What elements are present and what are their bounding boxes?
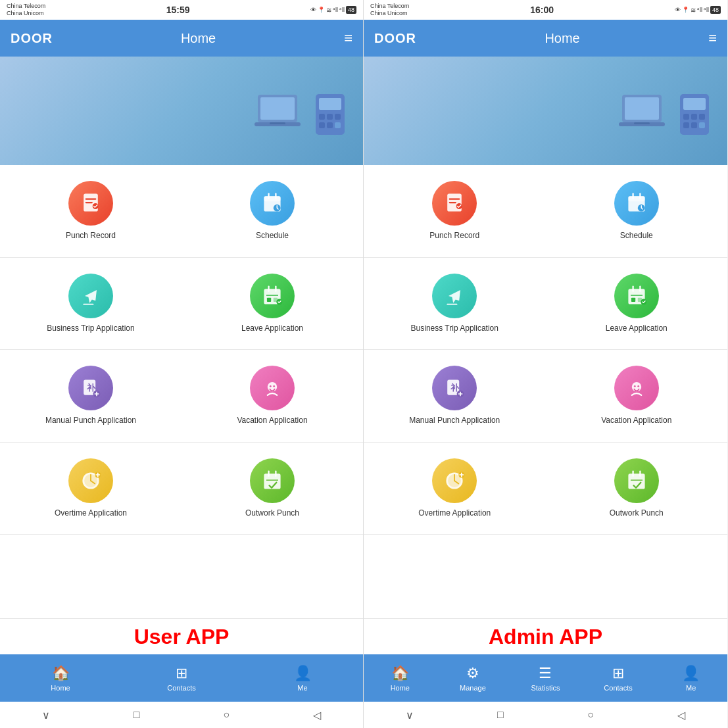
svg-rect-74: [631, 297, 635, 301]
menu-item-outwork[interactable]: Outwork Punch: [546, 453, 728, 524]
svg-rect-3: [270, 122, 285, 124]
menu-item-manual[interactable]: 补 Manual Punch Application: [364, 360, 546, 431]
banner: [0, 57, 363, 165]
menu-item-punch[interactable]: Punch Record: [364, 176, 546, 247]
banner: [364, 57, 727, 165]
back-icon[interactable]: ◁: [677, 709, 685, 721]
nav-item-home[interactable]: 🏠 Home: [364, 654, 437, 702]
punch-label: Punch Record: [66, 231, 116, 241]
svg-rect-10: [327, 122, 333, 128]
punch-label: Punch Record: [429, 231, 479, 241]
svg-rect-51: [634, 122, 650, 124]
nav-item-home[interactable]: 🏠 Home: [0, 654, 121, 702]
svg-rect-56: [699, 114, 705, 120]
menu-button[interactable]: ≡: [344, 30, 352, 47]
nav-item-contacts[interactable]: ⊞ Contacts: [121, 654, 242, 702]
location-icon: 📍: [682, 7, 689, 13]
status-bar: China Telecom China Unicom 16:00 👁 📍 ≋ ᵃ…: [364, 0, 727, 20]
signal-icons: 👁 📍 ≋ ᵃll ᵃll 48: [310, 6, 356, 14]
app-label: Admin APP: [489, 625, 602, 649]
svg-rect-6: [319, 114, 325, 120]
svg-rect-59: [699, 122, 705, 128]
square-icon[interactable]: □: [133, 709, 140, 721]
schedule-icon: [614, 181, 659, 226]
nav-me-icon: 👤: [294, 665, 312, 682]
bottom-nav: 🏠 Home ⊞ Contacts 👤 Me: [0, 654, 363, 702]
app-logo: DOOR: [374, 31, 416, 46]
bottom-nav: 🏠 Home ⚙ Manage ☰ Statistics ⊞ Contacts …: [364, 654, 727, 702]
eye-icon: 👁: [310, 7, 316, 13]
chevron-down-icon[interactable]: ∨: [42, 709, 50, 721]
nav-home-label: Home: [51, 684, 70, 692]
nav-item-contacts[interactable]: ⊞ Contacts: [582, 654, 655, 702]
menu-row-0: Punch Record Schedule: [364, 165, 727, 258]
menu-item-leave[interactable]: Leave Application: [546, 268, 728, 339]
punch-icon: [432, 181, 477, 226]
svg-rect-9: [319, 122, 325, 128]
menu-item-vacation[interactable]: Vacation Application: [546, 360, 728, 431]
banner-illustration: [616, 85, 714, 137]
nav-item-statistics[interactable]: ☰ Statistics: [509, 654, 582, 702]
signal-icons: 👁 📍 ≋ ᵃll ᵃll 48: [675, 6, 721, 14]
schedule-label: Schedule: [256, 231, 289, 241]
svg-point-35: [270, 385, 272, 387]
nav-manage-label: Manage: [460, 684, 486, 692]
signal2-icon: ᵃll: [339, 7, 345, 13]
plane-icon: [432, 274, 477, 318]
svg-rect-54: [683, 114, 689, 120]
circle-icon[interactable]: ○: [587, 709, 594, 721]
menu-item-schedule[interactable]: Schedule: [546, 176, 728, 247]
nav-item-me[interactable]: 👤 Me: [654, 654, 727, 702]
menu-item-overtime[interactable]: Overtime Application: [364, 453, 546, 524]
svg-point-83: [634, 385, 636, 387]
manual-icon: 补: [68, 366, 113, 410]
app-label: User APP: [134, 625, 230, 649]
svg-rect-11: [335, 122, 341, 128]
square-icon[interactable]: □: [497, 709, 504, 721]
panel-admin-app: China Telecom China Unicom 16:00 👁 📍 ≋ ᵃ…: [364, 0, 727, 728]
svg-rect-55: [691, 114, 697, 120]
menu-item-schedule[interactable]: Schedule: [182, 176, 363, 247]
menu-item-leave[interactable]: Leave Application: [182, 268, 363, 339]
overtime-label: Overtime Application: [55, 508, 127, 519]
overtime-label: Overtime Application: [418, 508, 491, 519]
svg-point-84: [637, 385, 639, 387]
plane-label: Business Trip Application: [47, 324, 134, 334]
circle-icon[interactable]: ○: [224, 709, 230, 721]
chevron-down-icon[interactable]: ∨: [406, 709, 414, 721]
back-icon[interactable]: ◁: [313, 709, 321, 721]
schedule-label: Schedule: [620, 231, 653, 241]
location-icon: 📍: [318, 7, 325, 13]
menu-row-2: 补 Manual Punch Application Vacation Appl…: [364, 350, 727, 443]
menu-item-vacation[interactable]: Vacation Application: [182, 360, 363, 431]
menu-item-overtime[interactable]: Overtime Application: [0, 453, 182, 524]
svg-text:补: 补: [450, 383, 460, 393]
manual-label: Manual Punch Application: [409, 416, 500, 426]
carrier1: China Telecom: [7, 3, 45, 10]
nav-statistics-icon: ☰: [539, 665, 552, 682]
nav-item-me[interactable]: 👤 Me: [242, 654, 363, 702]
menu-grid: Punch Record Schedule: [364, 165, 727, 618]
menu-row-1: Business Trip Application Leave Applicat…: [0, 258, 363, 351]
leave-label: Leave Application: [606, 324, 667, 334]
nav-item-manage[interactable]: ⚙ Manage: [437, 654, 510, 702]
svg-rect-57: [683, 122, 689, 128]
banner-illustration: [251, 85, 350, 137]
system-nav: ∨ □ ○ ◁: [0, 702, 363, 728]
menu-item-outwork[interactable]: Outwork Punch: [182, 453, 363, 524]
svg-rect-53: [683, 98, 706, 110]
menu-item-plane[interactable]: Business Trip Application: [0, 268, 182, 339]
svg-rect-65: [628, 196, 644, 201]
menu-item-manual[interactable]: 补 Manual Punch Application: [0, 360, 182, 431]
wifi-icon: ≋: [691, 7, 696, 14]
battery-icon: 48: [346, 6, 356, 14]
menu-item-plane[interactable]: Business Trip Application: [364, 268, 546, 339]
nav-contacts-label: Contacts: [167, 684, 195, 692]
menu-item-punch[interactable]: Punch Record: [0, 176, 182, 247]
nav-contacts-icon: ⊞: [612, 665, 624, 682]
menu-row-1: Business Trip Application Leave Applicat…: [364, 258, 727, 351]
carrier-info: China Telecom China Unicom: [7, 3, 45, 17]
menu-grid: Punch Record Schedule: [0, 165, 363, 618]
menu-button[interactable]: ≡: [708, 30, 717, 47]
menu-row-3: Overtime Application Outwork Punch: [364, 443, 727, 535]
